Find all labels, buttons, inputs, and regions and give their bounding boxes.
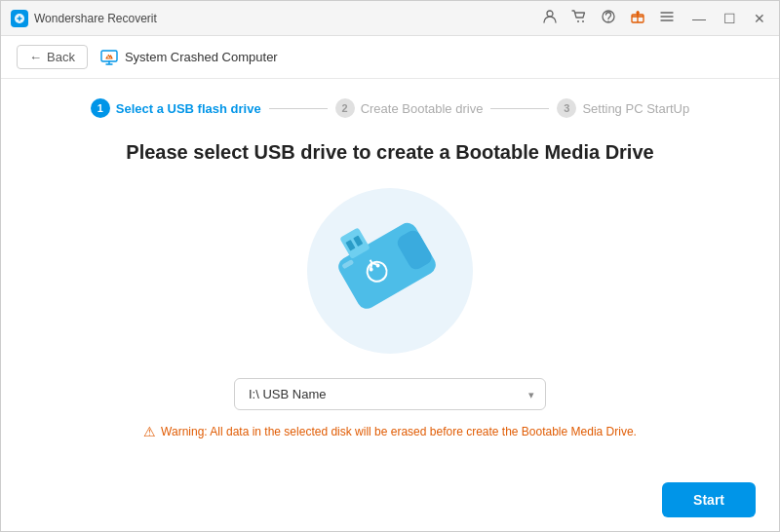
close-button[interactable]: ✕ (750, 9, 769, 28)
step-1-circle: 1 (91, 98, 110, 118)
window-controls: — ☐ ✕ (688, 9, 769, 28)
warning-message: ⚠ Warning: All data in the selected disk… (143, 424, 637, 439)
main-content: 1 Select a USB flash drive 2 Create Boot… (1, 79, 779, 532)
step-2: 2 Create Bootable drive (335, 98, 484, 118)
dropdown-container: I:\ USB Name ▾ (234, 378, 546, 410)
svg-point-1 (547, 11, 553, 17)
svg-point-3 (582, 20, 584, 22)
step-2-label: Create Bootable drive (361, 101, 484, 116)
title-bar-left: Wondershare Recoverit (11, 10, 157, 27)
back-label: Back (47, 50, 75, 64)
title-bar-right: — ☐ ✕ (542, 9, 769, 28)
user-icon[interactable] (542, 9, 558, 28)
svg-point-2 (577, 20, 579, 22)
nav-tab-label: System Crashed Computer (125, 50, 278, 64)
system-crash-icon (99, 48, 119, 67)
back-arrow-icon: ← (29, 50, 42, 64)
step-3-label: Setting PC StartUp (582, 101, 689, 116)
nav-bar: ← Back System Crashed Computer (1, 36, 779, 79)
back-button[interactable]: ← Back (17, 45, 88, 69)
usb-illustration (292, 183, 488, 359)
nav-tab: System Crashed Computer (99, 48, 278, 67)
app-icon (11, 10, 28, 27)
main-heading: Please select USB drive to create a Boot… (126, 141, 653, 164)
step-connector-2 (490, 108, 549, 109)
menu-icon[interactable] (659, 9, 675, 28)
cart-icon[interactable] (571, 9, 587, 28)
warning-text: Warning: All data in the selected disk w… (161, 425, 637, 438)
app-title: Wondershare Recoverit (34, 12, 157, 25)
svg-point-5 (607, 20, 609, 22)
support-icon[interactable] (601, 9, 616, 28)
title-bar: Wondershare Recoverit (1, 1, 779, 36)
minimize-button[interactable]: — (688, 9, 710, 28)
gift-icon[interactable] (630, 9, 645, 28)
warning-icon: ⚠ (143, 424, 156, 439)
step-connector-1 (269, 108, 328, 109)
step-3: 3 Setting PC StartUp (557, 98, 689, 118)
maximize-button[interactable]: ☐ (720, 9, 740, 28)
steps-bar: 1 Select a USB flash drive 2 Create Boot… (40, 98, 740, 118)
step-1: 1 Select a USB flash drive (91, 98, 261, 118)
step-2-circle: 2 (335, 98, 355, 118)
usb-drive-svg (292, 183, 488, 359)
step-1-label: Select a USB flash drive (116, 101, 261, 116)
dropdown-wrapper: I:\ USB Name ▾ (234, 378, 546, 410)
step-3-circle: 3 (557, 98, 576, 118)
usb-dropdown[interactable]: I:\ USB Name (234, 378, 546, 410)
start-button[interactable]: Start (662, 482, 756, 517)
